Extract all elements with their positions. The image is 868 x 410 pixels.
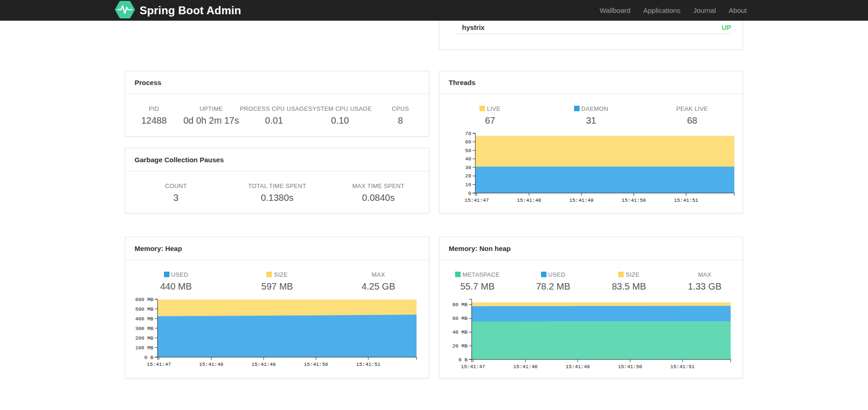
threads-card-title: Threads [449, 79, 475, 86]
svg-text:15:41:49: 15:41:49 [569, 198, 594, 203]
stat-threads-daemon: DAEMON 31 [541, 105, 642, 126]
size-legend-swatch [618, 272, 624, 277]
svg-text:100 MB: 100 MB [135, 345, 153, 351]
health-status-badge: UP [721, 23, 731, 31]
memory-heap-chart: 0 B100 MB200 MB300 MB400 MB500 MB600 MB1… [129, 296, 420, 369]
svg-text:40 MB: 40 MB [452, 330, 468, 335]
threads-card: Threads LIVE 67 DAEMON 31 PEAK LIVE 68 0… [439, 71, 743, 213]
stat-nonheap-size: SIZE 83.5 MB [591, 271, 667, 292]
memory-nonheap-chart: 0 B20 MB40 MB60 MB80 MB15:41:4715:41:481… [443, 296, 734, 371]
stat-gc-max-time: MAX TIME SPENT 0.0840s [328, 182, 429, 203]
threads-card-header: Threads [440, 71, 743, 94]
nav-item-applications[interactable]: Applications [637, 6, 687, 14]
svg-text:500 MB: 500 MB [135, 307, 153, 312]
gc-stats: COUNT 3 TOTAL TIME SPENT 0.1380s MAX TIM… [125, 182, 429, 203]
brand-title[interactable]: Spring Boot Admin [140, 4, 241, 17]
svg-text:0: 0 [468, 191, 471, 196]
svg-text:70: 70 [465, 131, 471, 137]
svg-text:50: 50 [465, 148, 471, 154]
stat-cpus: CPUS 8 [372, 105, 429, 126]
metaspace-legend-swatch [455, 272, 461, 277]
health-row-hystrix: hystrix UP [457, 21, 731, 34]
memory-heap-card-title: Memory: Heap [135, 245, 182, 252]
stat-gc-total-time: TOTAL TIME SPENT 0.1380s [226, 182, 327, 203]
stat-system-cpu: SYSTEM CPU USAGE 0.10 [308, 105, 372, 126]
process-card: Process PID 12488 UPTIME 0d 0h 2m 17s PR… [125, 71, 429, 137]
svg-text:0 B: 0 B [458, 357, 468, 363]
svg-text:15:41:48: 15:41:48 [199, 362, 224, 367]
svg-text:15:41:51: 15:41:51 [356, 362, 381, 367]
threads-stats: LIVE 67 DAEMON 31 PEAK LIVE 68 [440, 105, 743, 126]
nav-item-wallboard[interactable]: Wallboard [593, 6, 637, 14]
used-legend-swatch [541, 272, 547, 277]
health-details-card: hystrix UP [439, 21, 743, 50]
health-item-name: hystrix [462, 23, 485, 31]
stat-heap-max: MAX 4.25 GB [328, 271, 429, 292]
gc-card: Garbage Collection Pauses COUNT 3 TOTAL … [125, 148, 429, 213]
svg-text:15:41:48: 15:41:48 [517, 198, 541, 203]
svg-text:80 MB: 80 MB [452, 302, 468, 308]
stat-process-cpu: PROCESS CPU USAGE 0.01 [240, 105, 308, 126]
process-card-header: Process [125, 71, 429, 94]
svg-text:200 MB: 200 MB [135, 336, 153, 341]
memory-nonheap-card-title: Memory: Non heap [449, 245, 511, 252]
memory-nonheap-card: Memory: Non heap METASPACE 55.7 MB USED … [439, 237, 743, 378]
memory-heap-chart-wrap: 0 B100 MB200 MB300 MB400 MB500 MB600 MB1… [125, 296, 429, 369]
gc-card-title: Garbage Collection Pauses [135, 156, 224, 164]
svg-text:15:41:49: 15:41:49 [252, 362, 276, 367]
svg-text:600 MB: 600 MB [135, 297, 153, 302]
stat-nonheap-metaspace: METASPACE 55.7 MB [440, 271, 515, 292]
live-legend-swatch [479, 106, 485, 111]
stat-heap-used: USED 440 MB [125, 271, 226, 292]
memory-heap-card: Memory: Heap USED 440 MB SIZE 597 MB MAX… [125, 237, 429, 378]
process-card-title: Process [135, 79, 161, 86]
svg-text:15:41:50: 15:41:50 [622, 198, 646, 203]
svg-text:60: 60 [465, 139, 471, 145]
svg-text:15:41:50: 15:41:50 [618, 364, 643, 370]
memory-heap-card-header: Memory: Heap [125, 237, 429, 260]
daemon-legend-swatch [574, 106, 580, 111]
gc-card-header: Garbage Collection Pauses [125, 148, 429, 171]
brand-logo-icon [115, 0, 135, 21]
svg-text:60 MB: 60 MB [452, 316, 468, 321]
svg-text:10: 10 [465, 182, 471, 188]
svg-text:20: 20 [465, 173, 471, 179]
used-legend-swatch [164, 272, 169, 277]
brand-link[interactable]: Spring Boot Admin [115, 0, 241, 21]
stat-gc-count: COUNT 3 [125, 182, 226, 203]
size-legend-swatch [266, 272, 272, 277]
svg-text:15:41:49: 15:41:49 [566, 364, 590, 370]
memory-nonheap-card-header: Memory: Non heap [440, 237, 743, 260]
threads-chart: 01020304050607015:41:4715:41:4815:41:491… [447, 131, 738, 205]
stat-nonheap-max: MAX 1.33 GB [667, 271, 743, 292]
nav-item-about[interactable]: About [722, 6, 753, 14]
svg-text:15:41:47: 15:41:47 [147, 362, 171, 367]
svg-text:15:41:51: 15:41:51 [671, 364, 695, 370]
svg-text:300 MB: 300 MB [135, 326, 153, 331]
process-stats: PID 12488 UPTIME 0d 0h 2m 17s PROCESS CP… [125, 105, 429, 126]
stat-pid: PID 12488 [125, 105, 183, 126]
svg-text:40: 40 [465, 156, 471, 162]
stat-threads-live: LIVE 67 [440, 105, 541, 126]
memory-nonheap-chart-wrap: 0 B20 MB40 MB60 MB80 MB15:41:4715:41:481… [440, 296, 743, 371]
stat-threads-peak-live: PEAK LIVE 68 [642, 105, 743, 126]
svg-text:20 MB: 20 MB [452, 343, 468, 349]
threads-chart-wrap: 01020304050607015:41:4715:41:4815:41:491… [440, 131, 743, 205]
nav-links: Wallboard Applications Journal About [593, 6, 753, 14]
stat-heap-size: SIZE 597 MB [226, 271, 327, 292]
svg-text:15:41:47: 15:41:47 [461, 364, 485, 370]
heap-stats: USED 440 MB SIZE 597 MB MAX 4.25 GB [125, 271, 429, 292]
svg-text:15:41:47: 15:41:47 [465, 198, 489, 203]
nav-item-journal[interactable]: Journal [687, 6, 722, 14]
svg-text:15:41:51: 15:41:51 [674, 198, 699, 203]
nonheap-stats: METASPACE 55.7 MB USED 78.2 MB SIZE 83.5… [440, 271, 743, 292]
svg-text:400 MB: 400 MB [135, 316, 153, 322]
svg-text:0 B: 0 B [144, 355, 153, 360]
stat-nonheap-used: USED 78.2 MB [515, 271, 591, 292]
svg-text:15:41:50: 15:41:50 [304, 362, 328, 367]
svg-text:30: 30 [465, 165, 471, 171]
navbar: Spring Boot Admin Wallboard Applications… [0, 0, 868, 21]
svg-text:15:41:48: 15:41:48 [513, 364, 538, 370]
stat-uptime: UPTIME 0d 0h 2m 17s [183, 105, 240, 126]
